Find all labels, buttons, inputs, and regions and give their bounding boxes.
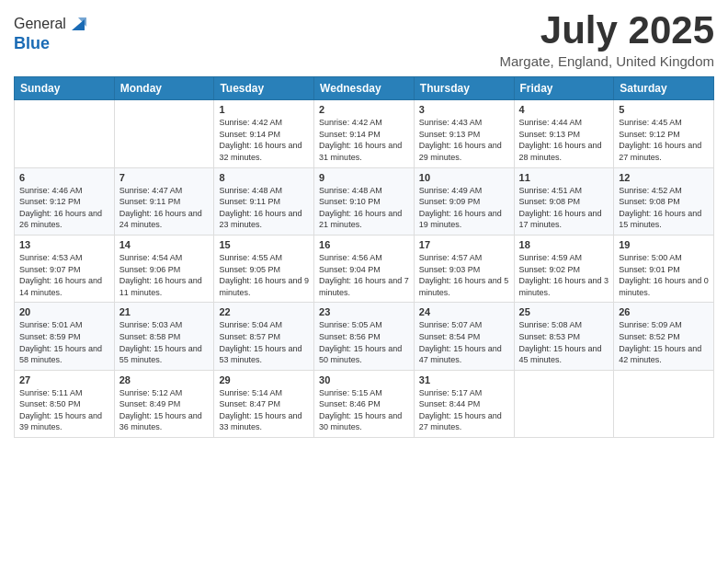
table-row: 13 Sunrise: 4:53 AMSunset: 9:07 PMDaylig… bbox=[15, 235, 115, 302]
day-sunrise: Sunrise: 4:59 AMSunset: 9:02 PMDaylight:… bbox=[519, 253, 609, 297]
table-row bbox=[114, 100, 214, 167]
day-number: 15 bbox=[219, 239, 309, 250]
day-sunrise: Sunrise: 5:15 AMSunset: 8:46 PMDaylight:… bbox=[319, 388, 402, 432]
day-number: 19 bbox=[619, 239, 709, 250]
day-sunrise: Sunrise: 5:11 AMSunset: 8:50 PMDaylight:… bbox=[19, 388, 102, 432]
calendar-week-row: 6 Sunrise: 4:46 AMSunset: 9:12 PMDayligh… bbox=[15, 167, 714, 235]
location: Margate, England, United Kingdom bbox=[500, 53, 714, 69]
table-row: 10 Sunrise: 4:49 AMSunset: 9:09 PMDaylig… bbox=[414, 167, 514, 235]
day-number: 27 bbox=[19, 374, 109, 385]
day-number: 4 bbox=[519, 104, 609, 115]
day-number: 11 bbox=[519, 172, 609, 183]
calendar-table: Sunday Monday Tuesday Wednesday Thursday… bbox=[14, 76, 714, 438]
table-row: 2 Sunrise: 4:42 AMSunset: 9:14 PMDayligh… bbox=[314, 100, 415, 167]
day-number: 7 bbox=[119, 172, 210, 183]
table-row: 21 Sunrise: 5:03 AMSunset: 8:58 PMDaylig… bbox=[114, 303, 214, 370]
table-row: 16 Sunrise: 4:56 AMSunset: 9:04 PMDaylig… bbox=[314, 235, 415, 302]
day-number: 26 bbox=[619, 306, 709, 317]
table-row: 24 Sunrise: 5:07 AMSunset: 8:54 PMDaylig… bbox=[414, 303, 514, 370]
table-row: 3 Sunrise: 4:43 AMSunset: 9:13 PMDayligh… bbox=[414, 100, 514, 167]
day-number: 21 bbox=[119, 306, 210, 317]
day-number: 14 bbox=[119, 239, 210, 250]
table-row: 4 Sunrise: 4:44 AMSunset: 9:13 PMDayligh… bbox=[514, 100, 614, 167]
day-number: 13 bbox=[19, 239, 109, 250]
col-tuesday: Tuesday bbox=[214, 77, 314, 100]
day-number: 17 bbox=[419, 239, 509, 250]
table-row: 19 Sunrise: 5:00 AMSunset: 9:01 PMDaylig… bbox=[614, 235, 714, 302]
day-sunrise: Sunrise: 5:09 AMSunset: 8:52 PMDaylight:… bbox=[619, 320, 701, 364]
day-number: 8 bbox=[219, 172, 309, 183]
calendar-week-row: 27 Sunrise: 5:11 AMSunset: 8:50 PMDaylig… bbox=[15, 370, 714, 437]
table-row: 12 Sunrise: 4:52 AMSunset: 9:08 PMDaylig… bbox=[614, 167, 714, 235]
header: General Blue July 2025 Margate, England,… bbox=[14, 9, 714, 69]
day-sunrise: Sunrise: 4:53 AMSunset: 9:07 PMDaylight:… bbox=[19, 253, 102, 297]
col-friday: Friday bbox=[514, 77, 614, 100]
table-row: 15 Sunrise: 4:55 AMSunset: 9:05 PMDaylig… bbox=[214, 235, 314, 302]
day-number: 5 bbox=[619, 104, 709, 115]
day-number: 16 bbox=[319, 239, 409, 250]
day-sunrise: Sunrise: 5:04 AMSunset: 8:57 PMDaylight:… bbox=[219, 320, 301, 364]
logo-general-text: General bbox=[14, 16, 66, 32]
day-number: 20 bbox=[19, 306, 109, 317]
table-row: 5 Sunrise: 4:45 AMSunset: 9:12 PMDayligh… bbox=[614, 100, 714, 167]
day-number: 22 bbox=[219, 306, 309, 317]
day-sunrise: Sunrise: 4:44 AMSunset: 9:13 PMDaylight:… bbox=[519, 118, 602, 162]
day-number: 25 bbox=[519, 306, 609, 317]
col-monday: Monday bbox=[114, 77, 214, 100]
month-title: July 2025 bbox=[500, 9, 714, 52]
page: General Blue July 2025 Margate, England,… bbox=[0, 0, 728, 563]
day-number: 18 bbox=[519, 239, 609, 250]
day-sunrise: Sunrise: 4:56 AMSunset: 9:04 PMDaylight:… bbox=[319, 253, 409, 297]
table-row: 8 Sunrise: 4:48 AMSunset: 9:11 PMDayligh… bbox=[214, 167, 314, 235]
day-sunrise: Sunrise: 4:57 AMSunset: 9:03 PMDaylight:… bbox=[419, 253, 509, 297]
table-row: 29 Sunrise: 5:14 AMSunset: 8:47 PMDaylig… bbox=[214, 370, 314, 437]
day-number: 9 bbox=[319, 172, 409, 183]
col-saturday: Saturday bbox=[614, 77, 714, 100]
day-sunrise: Sunrise: 5:14 AMSunset: 8:47 PMDaylight:… bbox=[219, 388, 301, 432]
table-row: 26 Sunrise: 5:09 AMSunset: 8:52 PMDaylig… bbox=[614, 303, 714, 370]
title-section: July 2025 Margate, England, United Kingd… bbox=[500, 9, 714, 69]
table-row bbox=[514, 370, 614, 437]
day-sunrise: Sunrise: 4:55 AMSunset: 9:05 PMDaylight:… bbox=[219, 253, 309, 297]
table-row: 22 Sunrise: 5:04 AMSunset: 8:57 PMDaylig… bbox=[214, 303, 314, 370]
calendar-header-row: Sunday Monday Tuesday Wednesday Thursday… bbox=[15, 77, 714, 100]
day-sunrise: Sunrise: 5:17 AMSunset: 8:44 PMDaylight:… bbox=[419, 388, 502, 432]
table-row bbox=[614, 370, 714, 437]
day-sunrise: Sunrise: 4:42 AMSunset: 9:14 PMDaylight:… bbox=[319, 118, 402, 162]
col-wednesday: Wednesday bbox=[314, 77, 415, 100]
day-number: 2 bbox=[319, 104, 409, 115]
day-sunrise: Sunrise: 4:46 AMSunset: 9:12 PMDaylight:… bbox=[19, 186, 102, 230]
logo: General Blue bbox=[14, 14, 88, 53]
day-sunrise: Sunrise: 4:45 AMSunset: 9:12 PMDaylight:… bbox=[619, 118, 701, 162]
table-row: 18 Sunrise: 4:59 AMSunset: 9:02 PMDaylig… bbox=[514, 235, 614, 302]
day-sunrise: Sunrise: 4:43 AMSunset: 9:13 PMDaylight:… bbox=[419, 118, 502, 162]
day-sunrise: Sunrise: 4:42 AMSunset: 9:14 PMDaylight:… bbox=[219, 118, 301, 162]
day-sunrise: Sunrise: 5:08 AMSunset: 8:53 PMDaylight:… bbox=[519, 320, 602, 364]
logo-blue-text: Blue bbox=[14, 34, 88, 53]
table-row: 1 Sunrise: 4:42 AMSunset: 9:14 PMDayligh… bbox=[214, 100, 314, 167]
table-row: 6 Sunrise: 4:46 AMSunset: 9:12 PMDayligh… bbox=[15, 167, 115, 235]
day-sunrise: Sunrise: 4:47 AMSunset: 9:11 PMDaylight:… bbox=[119, 186, 202, 230]
table-row: 25 Sunrise: 5:08 AMSunset: 8:53 PMDaylig… bbox=[514, 303, 614, 370]
day-sunrise: Sunrise: 5:03 AMSunset: 8:58 PMDaylight:… bbox=[119, 320, 202, 364]
day-number: 24 bbox=[419, 306, 509, 317]
day-number: 30 bbox=[319, 374, 409, 385]
col-sunday: Sunday bbox=[15, 77, 115, 100]
table-row: 23 Sunrise: 5:05 AMSunset: 8:56 PMDaylig… bbox=[314, 303, 415, 370]
day-number: 6 bbox=[19, 172, 109, 183]
table-row: 14 Sunrise: 4:54 AMSunset: 9:06 PMDaylig… bbox=[114, 235, 214, 302]
table-row: 17 Sunrise: 4:57 AMSunset: 9:03 PMDaylig… bbox=[414, 235, 514, 302]
day-number: 10 bbox=[419, 172, 509, 183]
table-row: 9 Sunrise: 4:48 AMSunset: 9:10 PMDayligh… bbox=[314, 167, 415, 235]
day-sunrise: Sunrise: 4:51 AMSunset: 9:08 PMDaylight:… bbox=[519, 186, 602, 230]
day-sunrise: Sunrise: 5:05 AMSunset: 8:56 PMDaylight:… bbox=[319, 320, 402, 364]
table-row: 20 Sunrise: 5:01 AMSunset: 8:59 PMDaylig… bbox=[15, 303, 115, 370]
logo-icon bbox=[68, 14, 88, 34]
day-number: 28 bbox=[119, 374, 210, 385]
day-number: 23 bbox=[319, 306, 409, 317]
day-number: 1 bbox=[219, 104, 309, 115]
day-sunrise: Sunrise: 4:48 AMSunset: 9:10 PMDaylight:… bbox=[319, 186, 402, 230]
table-row: 27 Sunrise: 5:11 AMSunset: 8:50 PMDaylig… bbox=[15, 370, 115, 437]
day-number: 31 bbox=[419, 374, 509, 385]
table-row: 11 Sunrise: 4:51 AMSunset: 9:08 PMDaylig… bbox=[514, 167, 614, 235]
